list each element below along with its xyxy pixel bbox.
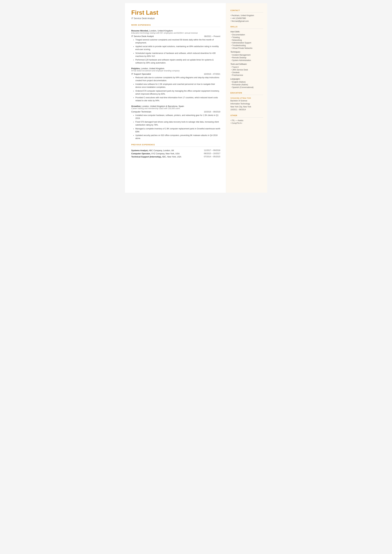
other-label: OTHER: [231, 114, 263, 116]
contact-address: Peckham, United Kingdom: [231, 14, 263, 17]
skills-label: SKILLS: [231, 26, 263, 28]
skill-track-it: Track-It: [231, 66, 263, 68]
bullet-1-3: Scheduled regular maintenance of hardwar…: [133, 52, 220, 58]
bullet-list-1: Triaged several customer complaints and …: [131, 38, 220, 64]
contact-email: first.last@gmail.com: [231, 20, 263, 22]
skill-spanish: Spanish (Conversational): [231, 86, 263, 88]
other-divider: [231, 117, 263, 118]
job-dates-3: 10/2018 – 09/2019: [204, 111, 220, 113]
work-experience-divider: [131, 27, 220, 27]
company-block-growthsi: Growthsi, London, United Kingdom & Barce…: [131, 105, 220, 140]
other-comptia: CompTIA A+: [231, 122, 263, 124]
prev-title-3: Technical Support (Internship), ABC, New…: [131, 155, 182, 158]
skill-romanian: Romanian (Native): [231, 84, 263, 86]
company-name-2: Polyhire, London, United Kingdom: [131, 67, 220, 70]
edu-degree: Bachelor of Science: [231, 99, 263, 102]
edu-location: New York City, New York: [231, 105, 263, 108]
languages-label: Languages:: [231, 78, 263, 80]
bullet-list-3: Installed new computer hardware, softwar…: [131, 114, 220, 140]
bullet-1-1: Triaged several customer complaints and …: [133, 38, 220, 44]
skill-incident-mgmt: Incident Management: [231, 54, 263, 56]
previous-experience-label: PREVIOUS EXPERIENCE: [131, 144, 220, 146]
company-bold-3: Growthsi,: [131, 105, 141, 107]
company-rest-1: London, United Kingdom: [149, 29, 173, 32]
previous-experience-divider: [131, 147, 220, 147]
prev-exp-row-2: Computer Operator, XYZ Company, New York…: [131, 152, 220, 155]
other-section: OTHER ITIL — Axelos CompTIA A+: [231, 114, 263, 124]
job-title-3: Computer Technician: [131, 111, 151, 113]
prev-dates-2: 06/2015 – 10/2017: [204, 152, 220, 155]
prev-title-2: Computer Operator, XYZ Company, New York…: [131, 152, 180, 155]
bullet-2-4: Provided C-executives with real-time inf…: [133, 96, 220, 102]
skill-vpn: Virtual Private Networks: [231, 47, 263, 49]
job-title-2: IT Support Specialist: [131, 73, 151, 75]
company-desc-2: NYSE-listed recruitment and employer bra…: [131, 70, 220, 72]
company-bold-2: Polyhire,: [131, 67, 140, 70]
skill-jira: JIRA Service Desk: [231, 69, 263, 71]
contact-divider: [231, 12, 263, 13]
job-row-2: IT Support Specialist 10/2019 – 07/2021: [131, 73, 220, 75]
company-name-1: Resume Worded, London, United Kingdom: [131, 29, 220, 32]
bullet-3-3: Managed a complete inventory of 2.9K com…: [133, 127, 220, 133]
company-desc-3: Career training and membership SaaS with…: [131, 107, 220, 110]
skill-zendesk: Zendesk: [231, 71, 263, 74]
candidate-name: First Last: [131, 9, 220, 16]
resume-page: First Last IT Service Desk Analyst WORK …: [125, 3, 267, 193]
bullet-1-4: Performed 129 hardware and software repa…: [133, 58, 220, 64]
bullet-2-3: Ordered 570 computer replacement parts b…: [133, 90, 220, 96]
skill-freshservice: Freshservice: [231, 74, 263, 76]
skill-ticketing: Ticketing: [231, 36, 263, 39]
skill-english: English (Native): [231, 81, 263, 83]
bullet-list-2: Reduced calls due to customer complaints…: [131, 76, 220, 102]
bullet-3-2: Fixed 570 damaged hard drives using data…: [133, 120, 220, 126]
company-bold-1: Resume Worded,: [131, 29, 149, 32]
job-row-3: Computer Technician 10/2018 – 09/2019: [131, 111, 220, 113]
skill-troubleshooting: Troubleshooting: [231, 44, 263, 47]
edu-school: University of New York: [231, 97, 263, 99]
work-experience-label: WORK EXPERIENCE: [131, 24, 220, 26]
company-rest-2: London, United Kingdom: [140, 67, 164, 70]
education-section: EDUCATION University of New York Bachelo…: [231, 92, 263, 111]
company-block-polyhire: Polyhire, London, United Kingdom NYSE-li…: [131, 67, 220, 102]
skill-admin-support: Administrative Support: [231, 42, 263, 44]
skills-divider: [231, 28, 263, 29]
edu-field: Information Technology: [231, 103, 263, 105]
company-name-3: Growthsi, London, United Kingdom & Barce…: [131, 105, 220, 107]
skill-networking: Networking: [231, 39, 263, 41]
job-dates-1: 08/2021 – Present: [204, 35, 220, 37]
contact-phone: +44 1234567890: [231, 17, 263, 19]
techniques-label: Techniques:: [231, 51, 263, 53]
skills-section: SKILLS Hard Skills: Documentation Ticket…: [231, 26, 263, 88]
bullet-3-4: Updated security patches on 910 office c…: [133, 134, 220, 140]
right-column: CONTACT Peckham, United Kingdom +44 1234…: [226, 3, 267, 193]
hard-skills-label: Hard Skills:: [231, 31, 263, 33]
other-itil: ITIL — Axelos: [231, 119, 263, 122]
skill-sys-admin: System Administration: [231, 59, 263, 61]
bullet-2-2: Installed new software for 2.3K employee…: [133, 83, 220, 89]
bullet-1-2: Applied social skills to provide rapid s…: [133, 45, 220, 51]
job-row-1: IT Service Desk Analyst 08/2021 – Presen…: [131, 35, 220, 37]
contact-section: CONTACT Peckham, United Kingdom +44 1234…: [231, 9, 263, 22]
prev-dates-3: 07/2014 – 05/2015: [204, 155, 220, 158]
edu-dates: 10/2011 - 06/2014: [231, 108, 263, 111]
education-label: EDUCATION: [231, 92, 263, 94]
bullet-2-1: Reduced calls due to customer complaints…: [133, 76, 220, 82]
prev-exp-row-1: Systems Analyst, ABC Company, London, UK…: [131, 149, 220, 152]
prev-exp-row-3: Technical Support (Internship), ABC, New…: [131, 155, 220, 158]
company-rest-3: London, United Kingdom & Barcelona, Spai…: [141, 105, 184, 107]
skill-remote-desktop: Remote Desktop: [231, 56, 263, 59]
skill-documentation: Documentation: [231, 34, 263, 36]
candidate-subtitle: IT Service Desk Analyst: [131, 17, 220, 20]
prev-title-1: Systems Analyst, ABC Company, London, UK: [131, 149, 174, 152]
company-block-resume-worded: Resume Worded, London, United Kingdom Ed…: [131, 29, 220, 64]
job-dates-2: 10/2019 – 07/2021: [204, 73, 220, 75]
company-desc-1: Education technology startup with 50+ em…: [131, 32, 220, 34]
contact-label: CONTACT: [231, 9, 263, 11]
job-title-1: IT Service Desk Analyst: [131, 35, 154, 37]
bullet-3-1: Installed new computer hardware, softwar…: [133, 114, 220, 120]
tools-label: Tools and Software:: [231, 63, 263, 65]
left-column: First Last IT Service Desk Analyst WORK …: [125, 3, 226, 193]
prev-dates-1: 11/2017 – 09/2018: [204, 149, 220, 152]
